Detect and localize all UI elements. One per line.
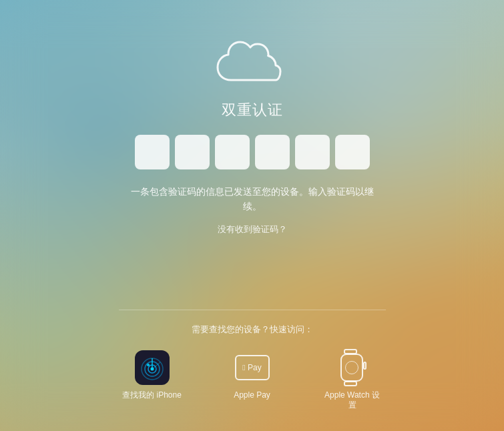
- page-title: 双重认证: [222, 100, 283, 120]
- main-container: 双重认证 一条包含验证码的信息已发送至您的设备。输入验证码以继续。 没有收到验证…: [0, 0, 504, 431]
- cloud-icon: [212, 40, 292, 93]
- find-device-label: 需要查找您的设备？快速访问：: [192, 324, 313, 336]
- code-box-6[interactable]: [335, 135, 370, 169]
- watch-crown: [363, 362, 366, 370]
- apple-watch-icon-wrapper: [335, 350, 370, 385]
- watch-screen: [345, 361, 358, 374]
- code-box-3[interactable]: [215, 135, 250, 169]
- watch-band-bottom: [344, 381, 357, 386]
- apple-pay-label: Apple Pay: [234, 390, 270, 401]
- svg-point-4: [150, 367, 154, 370]
- find-iphone-label: 查找我的 iPhone: [122, 390, 182, 401]
- code-box-4[interactable]: [255, 135, 290, 169]
- bottom-section: 需要查找您的设备？快速访问：: [0, 310, 504, 431]
- quick-access-row: 查找我的 iPhone  Pay Apple Pay: [122, 350, 383, 411]
- code-box-5[interactable]: [295, 135, 330, 169]
- find-iphone-icon-wrapper: [135, 350, 170, 385]
- find-iphone-item[interactable]: 查找我的 iPhone: [122, 350, 182, 401]
- svg-point-5: [147, 364, 150, 366]
- code-box-2[interactable]: [175, 135, 210, 169]
- apple-pay-box:  Pay: [235, 355, 270, 380]
- radar-icon: [135, 350, 170, 385]
- apple-watch-label: Apple Watch 设置: [322, 390, 383, 411]
- verification-code-input[interactable]: [135, 135, 370, 169]
- separator: [119, 310, 386, 310]
- apple-watch-visual: [340, 349, 364, 386]
- description-text: 一条包含验证码的信息已发送至您的设备。输入验证码以继续。: [125, 184, 379, 214]
- apple-pay-text:  Pay: [242, 363, 261, 372]
- code-box-1[interactable]: [135, 135, 170, 169]
- watch-body: [340, 354, 363, 382]
- apple-pay-icon-wrapper:  Pay: [235, 350, 270, 385]
- no-code-link[interactable]: 没有收到验证码？: [218, 224, 287, 236]
- apple-pay-item[interactable]:  Pay Apple Pay: [222, 350, 282, 401]
- apple-watch-item[interactable]: Apple Watch 设置: [322, 350, 383, 411]
